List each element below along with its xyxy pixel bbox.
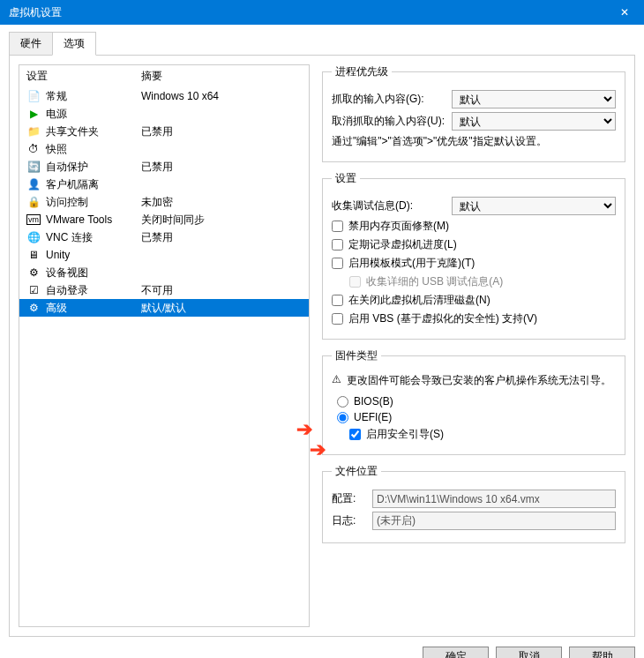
close-icon: ✕ [620, 6, 629, 19]
settings-list: 设置 摘要 📄常规Windows 10 x64▶电源📁共享文件夹已禁用⏱快照🔄自… [19, 64, 310, 627]
ok-button[interactable]: 确定 [423, 647, 489, 658]
list-item[interactable]: ▶电源 [19, 105, 309, 123]
label-config: 配置: [332, 491, 367, 506]
item-label: Unity [46, 249, 141, 261]
item-summary: 默认/默认 [141, 301, 302, 316]
list-item[interactable]: 📄常规Windows 10 x64 [19, 87, 309, 105]
list-header: 设置 摘要 [19, 65, 309, 87]
check-vbs[interactable] [332, 313, 343, 325]
item-label: 常规 [46, 89, 141, 104]
tab-hardware[interactable]: 硬件 [9, 32, 53, 56]
item-label: 自动保护 [46, 160, 141, 175]
item-icon: 📄 [26, 90, 41, 102]
check-log[interactable] [332, 239, 343, 250]
help-button[interactable]: 帮助 [569, 647, 635, 658]
input-logfile[interactable] [372, 512, 616, 530]
legend-file: 文件位置 [332, 464, 381, 479]
item-icon: ⚙ [26, 266, 41, 279]
label-vbs: 启用 VBS (基于虚拟化的安全性) 支持(V) [348, 311, 537, 326]
group-file: 文件位置 配置: 日志: [322, 464, 625, 543]
check-mem[interactable] [332, 221, 343, 232]
label-logfile: 日志: [332, 513, 367, 528]
item-summary: 已禁用 [141, 160, 302, 175]
item-icon: 📁 [26, 125, 41, 138]
label-clean: 在关闭此虚拟机后清理磁盘(N) [348, 293, 490, 308]
legend-settings: 设置 [332, 171, 360, 186]
item-label: 设备视图 [46, 265, 141, 280]
label-mem: 禁用内存页面修整(M) [348, 219, 449, 234]
list-item[interactable]: 🌐VNC 连接已禁用 [19, 228, 309, 246]
legend-firmware: 固件类型 [332, 348, 381, 363]
item-icon: ▶ [26, 108, 41, 120]
warning-icon: ⚠ [332, 373, 341, 388]
list-item[interactable]: ⚙高级默认/默认 [19, 299, 309, 317]
item-icon: 🌐 [26, 231, 41, 243]
dialog-buttons: 确定 取消 帮助 [0, 638, 644, 658]
item-label: 共享文件夹 [46, 124, 141, 139]
list-item[interactable]: ⚙设备视图 [19, 264, 309, 281]
tabs: 硬件 选项 [9, 32, 635, 56]
item-label: VMware Tools [46, 213, 141, 226]
item-icon: ⚙ [26, 302, 41, 314]
list-item[interactable]: 🔒访问控制未加密 [19, 193, 309, 211]
list-item[interactable]: 🖥Unity [19, 246, 309, 264]
list-item[interactable]: 🔄自动保护已禁用 [19, 158, 309, 176]
label-secure: 启用安全引导(S) [366, 427, 444, 442]
select-grab[interactable]: 默认 [452, 90, 616, 108]
item-label: 自动登录 [46, 283, 141, 298]
list-item[interactable]: ⏱快照 [19, 140, 309, 158]
list-item[interactable]: 📁共享文件夹已禁用 [19, 123, 309, 140]
check-clean[interactable] [332, 295, 343, 306]
item-label: VNC 连接 [46, 230, 141, 245]
close-button[interactable]: ✕ [604, 0, 644, 25]
item-icon: vm [26, 214, 41, 225]
label-grab: 抓取的输入内容(G): [332, 92, 446, 107]
input-config[interactable] [372, 490, 616, 508]
annotation-arrow-icon: ➔ [310, 438, 326, 461]
item-icon: 👤 [26, 178, 41, 191]
legend-priority: 进程优先级 [332, 64, 392, 79]
radio-uefi[interactable] [337, 412, 348, 423]
item-icon: ⏱ [26, 143, 41, 155]
group-firmware: 固件类型 ⚠ 更改固件可能会导致已安装的客户机操作系统无法引导。 BIOS(B)… [322, 348, 625, 455]
select-ungrab[interactable]: 默认 [452, 112, 616, 131]
check-template[interactable] [332, 258, 343, 269]
label-debug: 收集调试信息(D): [332, 198, 446, 213]
radio-bios[interactable] [337, 396, 348, 408]
item-icon: 🔒 [26, 196, 41, 208]
list-item[interactable]: vmVMware Tools关闭时间同步 [19, 211, 309, 228]
item-label: 电源 [46, 107, 141, 122]
item-label: 客户机隔离 [46, 177, 141, 192]
item-label: 快照 [46, 142, 141, 157]
window-title: 虚拟机设置 [9, 5, 62, 20]
check-usb [349, 276, 361, 288]
item-summary: 已禁用 [141, 124, 302, 139]
label-ungrab: 取消抓取的输入内容(U): [332, 114, 446, 129]
warning-text: 更改固件可能会导致已安装的客户机操作系统无法引导。 [347, 373, 611, 388]
item-summary: 关闭时间同步 [141, 213, 302, 228]
check-secure[interactable] [349, 429, 361, 440]
label-template: 启用模板模式(用于克隆)(T) [348, 256, 475, 271]
tab-options[interactable]: 选项 [52, 32, 96, 56]
list-item[interactable]: 👤客户机隔离 [19, 176, 309, 193]
select-debug[interactable]: 默认 [452, 197, 616, 215]
panel: 设置 摘要 📄常规Windows 10 x64▶电源📁共享文件夹已禁用⏱快照🔄自… [9, 55, 635, 637]
item-icon: 🖥 [26, 249, 41, 261]
list-item[interactable]: ☑自动登录不可用 [19, 281, 309, 299]
label-bios: BIOS(B) [354, 395, 393, 408]
item-summary: 不可用 [141, 283, 302, 298]
label-usb: 收集详细的 USB 调试信息(A) [366, 274, 503, 289]
group-settings: 设置 收集调试信息(D): 默认 禁用内存页面修整(M) 定期记录虚拟机进度(L… [322, 171, 625, 340]
item-summary: 未加密 [141, 195, 302, 210]
cancel-button[interactable]: 取消 [496, 647, 562, 658]
label-log: 定期记录虚拟机进度(L) [348, 237, 457, 252]
item-icon: 🔄 [26, 161, 41, 173]
item-label: 访问控制 [46, 195, 141, 210]
item-summary: 已禁用 [141, 230, 302, 245]
col-summary: 摘要 [141, 69, 302, 84]
group-priority: 进程优先级 抓取的输入内容(G): 默认 取消抓取的输入内容(U): 默认 通过… [322, 64, 625, 162]
titlebar: 虚拟机设置 ✕ [0, 0, 644, 25]
priority-hint: 通过"编辑">"首选项">"优先级"指定默认设置。 [332, 134, 616, 149]
item-label: 高级 [46, 301, 141, 316]
right-panel: 进程优先级 抓取的输入内容(G): 默认 取消抓取的输入内容(U): 默认 通过… [322, 64, 625, 627]
